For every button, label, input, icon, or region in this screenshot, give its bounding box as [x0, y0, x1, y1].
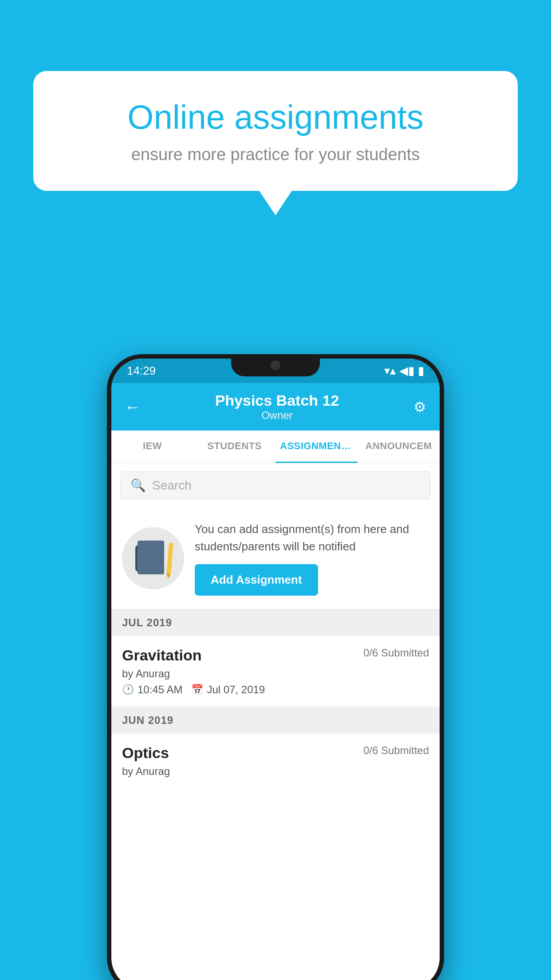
front-camera [271, 360, 280, 370]
assignment-header-row: Gravitation 0/6 Submitted [122, 647, 429, 664]
phone-notch [231, 354, 320, 376]
speech-bubble-container: Online assignments ensure more practice … [33, 71, 518, 191]
info-block: You can add assignment(s) from here and … [111, 507, 440, 609]
notebook-pencil [166, 542, 173, 574]
tabs-bar: IEW STUDENTS ASSIGNMENTS ANNOUNCEM [111, 431, 440, 463]
signal-icon: ◀▮ [399, 364, 414, 378]
time-display: 14:29 [127, 364, 156, 378]
batch-subtitle: Owner [215, 409, 339, 422]
info-text: You can add assignment(s) from here and … [195, 521, 429, 596]
table-row[interactable]: Optics 0/6 Submitted by Anurag [111, 734, 440, 792]
assignment-submitted: 0/6 Submitted [363, 647, 429, 659]
phone-frame: 14:29 ▾▴ ◀▮ ▮ ← Physics Batch 12 Owner ⚙… [107, 354, 444, 980]
clock-icon: 🕐 [122, 684, 134, 695]
search-input[interactable]: Search [152, 478, 192, 493]
phone-screen: 14:29 ▾▴ ◀▮ ▮ ← Physics Batch 12 Owner ⚙… [111, 359, 440, 980]
info-icon-circle [122, 527, 184, 589]
header-title-container: Physics Batch 12 Owner [215, 392, 339, 422]
speech-bubble-title: Online assignments [64, 98, 487, 136]
notebook-body [138, 541, 164, 574]
assignment-meta: 🕐 10:45 AM 📅 Jul 07, 2019 [122, 684, 429, 696]
batch-title: Physics Batch 12 [215, 392, 339, 409]
assignment-time: 🕐 10:45 AM [122, 684, 182, 696]
calendar-icon: 📅 [191, 684, 203, 695]
assignment-date: 📅 Jul 07, 2019 [191, 684, 265, 696]
search-input-wrapper[interactable]: 🔍 Search [120, 471, 431, 499]
notebook-icon [138, 541, 169, 576]
settings-button[interactable]: ⚙ [413, 399, 426, 415]
assignment-name-optics: Optics [122, 744, 169, 762]
assignment-by-optics: by Anurag [122, 765, 429, 778]
app-header: ← Physics Batch 12 Owner ⚙ [111, 383, 440, 431]
tab-assignments[interactable]: ASSIGNMENTS [276, 431, 358, 463]
pencil-tip [166, 573, 171, 579]
assignment-name: Gravitation [122, 647, 201, 664]
search-container: 🔍 Search [111, 463, 440, 507]
speech-bubble-subtitle: ensure more practice for your students [64, 145, 487, 164]
wifi-icon: ▾▴ [384, 364, 396, 378]
month-separator-jul: JUL 2019 [111, 609, 440, 636]
battery-icon: ▮ [418, 364, 424, 378]
status-icons: ▾▴ ◀▮ ▮ [384, 364, 424, 378]
speech-bubble: Online assignments ensure more practice … [33, 71, 518, 191]
add-assignment-button[interactable]: Add Assignment [195, 564, 318, 596]
tab-iew[interactable]: IEW [111, 431, 193, 463]
assignment-submitted-optics: 0/6 Submitted [363, 744, 429, 757]
table-row[interactable]: Gravitation 0/6 Submitted by Anurag 🕐 10… [111, 636, 440, 707]
info-description: You can add assignment(s) from here and … [195, 521, 429, 555]
assignment-header-row-optics: Optics 0/6 Submitted [122, 744, 429, 762]
assignment-by: by Anurag [122, 668, 429, 680]
month-separator-jun: JUN 2019 [111, 707, 440, 734]
back-button[interactable]: ← [125, 398, 141, 416]
search-icon: 🔍 [130, 478, 146, 493]
tab-announcements[interactable]: ANNOUNCEM [358, 431, 440, 463]
tab-students[interactable]: STUDENTS [193, 431, 276, 463]
